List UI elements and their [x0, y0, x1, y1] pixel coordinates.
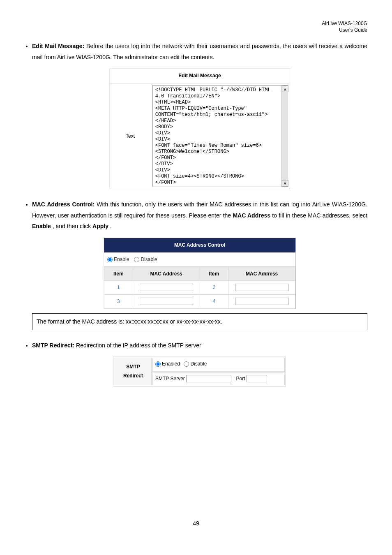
mac-input[interactable] — [235, 298, 288, 305]
item-num: 2 — [200, 281, 228, 295]
doc-header: AirLive WIAS-1200G User's Guide — [25, 21, 367, 33]
intro-part-d: . — [110, 223, 112, 229]
mac-input[interactable] — [140, 284, 193, 291]
smtp-server-label: SMTP Server — [155, 376, 185, 382]
scrollbar[interactable]: ▲ ▼ — [281, 86, 288, 187]
section-label: Edit Mail Message: — [32, 43, 84, 49]
textarea-wrap: ▲ ▼ — [152, 85, 288, 187]
section-edit-mail: Edit Mail Message: Before the users log … — [32, 41, 367, 189]
port-input[interactable] — [247, 375, 267, 382]
th-mac: MAC Address — [133, 267, 200, 281]
intro-part-b: to fill in these MAC addresses, select — [272, 212, 367, 219]
item-num: 3 — [104, 295, 133, 309]
disable-radio-label: Disable — [190, 359, 207, 369]
section-label: SMTP Redirect: — [32, 342, 74, 349]
section-label: MAC Address Control: — [32, 201, 95, 208]
enabled-radio-label: Enabled — [162, 359, 180, 369]
apply-term: Apply — [92, 223, 108, 229]
scroll-down-icon[interactable]: ▼ — [282, 180, 288, 187]
enabled-radio-input[interactable] — [155, 361, 161, 367]
disable-radio-input[interactable] — [134, 257, 139, 262]
mac-address-term: MAC Address — [233, 212, 270, 219]
note-text: The format of the MAC address is: xx:xx:… — [37, 318, 222, 325]
th-item: Item — [104, 267, 133, 281]
smtp-fields-cell: SMTP Server Port — [152, 372, 285, 385]
disable-radio-input[interactable] — [184, 361, 189, 367]
th-mac: MAC Address — [228, 267, 295, 281]
scroll-up-icon[interactable]: ▲ — [282, 86, 288, 92]
section-intro: Redirection of the IP address of the SMT… — [76, 342, 201, 349]
enable-term: Enable — [32, 223, 51, 229]
doc-subtitle: User's Guide — [25, 27, 367, 34]
item-num: 1 — [104, 281, 133, 295]
mac-table: Item MAC Address Item MAC Address 1 2 3 — [104, 267, 295, 309]
mac-panel: MAC Address Control Enable Disable Item … — [104, 238, 296, 309]
smtp-radio-cell: Enabled Disable — [152, 358, 285, 372]
mac-input[interactable] — [140, 298, 193, 305]
enable-radio-input[interactable] — [107, 257, 113, 262]
page-number: 49 — [25, 518, 367, 529]
section-mac-control: MAC Address Control: With this function,… — [32, 199, 367, 330]
row-label: SMTP Redirect — [115, 358, 152, 385]
disable-radio[interactable]: Disable — [184, 359, 207, 369]
port-label: Port — [236, 376, 245, 382]
section-smtp: SMTP Redirect: Redirection of the IP add… — [32, 340, 367, 386]
enable-radio-label: Enable — [114, 255, 129, 264]
item-num: 4 — [200, 295, 228, 309]
disable-radio[interactable]: Disable — [134, 255, 157, 264]
panel-title: MAC Address Control — [104, 238, 295, 252]
disable-radio-label: Disable — [141, 255, 157, 264]
field-label: Text — [110, 83, 151, 189]
enabled-radio[interactable]: Enabled — [155, 359, 180, 369]
radio-row: Enable Disable — [104, 252, 295, 267]
panel-title: Edit Mail Message — [110, 69, 290, 83]
doc-title: AirLive WIAS-1200G — [25, 21, 367, 27]
caution-note: The format of the MAC address is: xx:xx:… — [32, 313, 367, 330]
enable-radio[interactable]: Enable — [107, 255, 129, 264]
intro-part-c: , and then click — [53, 223, 92, 229]
bullet-list: Edit Mail Message: Before the users log … — [25, 41, 367, 386]
th-item: Item — [200, 267, 228, 281]
edit-mail-panel: Edit Mail Message Text ▲ ▼ — [109, 68, 290, 189]
mail-text-input[interactable] — [152, 85, 288, 187]
smtp-panel: SMTP Redirect Enabled Disable SMTP Serve… — [113, 356, 286, 386]
smtp-server-input[interactable] — [186, 375, 231, 382]
mac-input[interactable] — [235, 284, 288, 291]
